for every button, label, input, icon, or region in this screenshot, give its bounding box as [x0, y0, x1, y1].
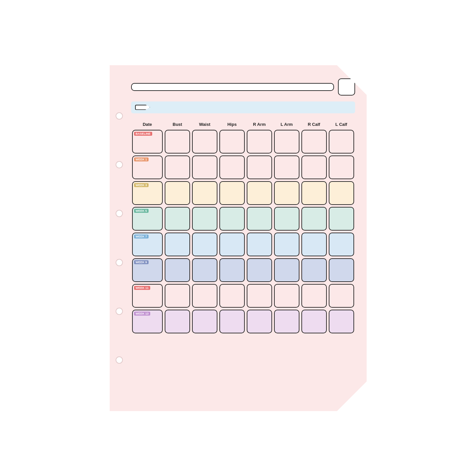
- week-date-cell-4[interactable]: WEEK 7: [131, 232, 164, 257]
- measurements-table: Date Bust Waist Hips R Arm L Arm R Calf …: [131, 120, 355, 334]
- table-row: WEEK 11: [131, 283, 355, 309]
- header-row: [131, 78, 355, 96]
- cell-bust-row-6[interactable]: [164, 283, 191, 309]
- cell-r-arm-row-1[interactable]: [246, 154, 273, 180]
- cell-r-arm-row-0[interactable]: [246, 129, 273, 154]
- col-header-hips: Hips: [218, 120, 246, 129]
- cell-hips-row-1[interactable]: [218, 154, 246, 180]
- cell-r-arm-row-6[interactable]: [246, 283, 273, 309]
- cell-r-arm-row-2[interactable]: [246, 180, 273, 206]
- cell-bust-row-2[interactable]: [164, 180, 191, 206]
- week-date-cell-7[interactable]: WEEK 13: [131, 309, 164, 334]
- cell-bust-row-7[interactable]: [164, 309, 191, 334]
- week-date-cell-0[interactable]: BASELINE: [131, 129, 164, 154]
- cell-l-arm-row-3[interactable]: [273, 206, 300, 232]
- cell-r-arm-row-3[interactable]: [246, 206, 273, 232]
- col-header-bust: Bust: [164, 120, 191, 129]
- cell-r-arm-row-4[interactable]: [246, 232, 273, 257]
- cell-bust-row-5[interactable]: [164, 257, 191, 283]
- cell-waist-row-1[interactable]: [191, 154, 218, 180]
- cell-r-arm-row-5[interactable]: [246, 257, 273, 283]
- cell-l-calf-row-7[interactable]: [328, 309, 355, 334]
- table-row: WEEK 13: [131, 309, 355, 334]
- cell-bust-row-0[interactable]: [164, 129, 191, 154]
- col-header-r-arm: R Arm: [246, 120, 273, 129]
- week-date-cell-2[interactable]: WEEK 3: [131, 180, 164, 206]
- week-label: WEEK 5: [134, 209, 149, 213]
- title-box: [131, 83, 334, 91]
- cell-hips-row-5[interactable]: [218, 257, 246, 283]
- hole-1: [116, 112, 123, 120]
- table-row: BASELINE: [131, 129, 355, 154]
- col-header-date: Date: [131, 120, 164, 129]
- cell-hips-row-7[interactable]: [218, 309, 246, 334]
- cell-l-arm-row-4[interactable]: [273, 232, 300, 257]
- cell-l-calf-row-3[interactable]: [328, 206, 355, 232]
- binder-holes: [116, 65, 123, 411]
- cell-l-calf-row-5[interactable]: [328, 257, 355, 283]
- table-row: WEEK 7: [131, 232, 355, 257]
- hole-3: [116, 210, 123, 217]
- page-content: Date Bust Waist Hips R Arm L Arm R Calf …: [131, 78, 355, 334]
- cell-waist-row-2[interactable]: [191, 180, 218, 206]
- week-date-cell-3[interactable]: WEEK 5: [131, 206, 164, 232]
- table-row: WEEK 3: [131, 180, 355, 206]
- cell-r-calf-row-7[interactable]: [300, 309, 328, 334]
- hole-6: [116, 356, 123, 364]
- measuring-day-tag: [135, 105, 150, 110]
- cell-l-calf-row-0[interactable]: [328, 129, 355, 154]
- hole-4: [116, 259, 123, 266]
- cell-l-arm-row-5[interactable]: [273, 257, 300, 283]
- week-date-cell-5[interactable]: WEEK 9: [131, 257, 164, 283]
- table-row: WEEK 1: [131, 154, 355, 180]
- measuring-day-banner: [131, 101, 355, 113]
- table-header-row: Date Bust Waist Hips R Arm L Arm R Calf …: [131, 120, 355, 129]
- week-label: BASELINE: [134, 132, 153, 136]
- cell-bust-row-3[interactable]: [164, 206, 191, 232]
- cell-bust-row-4[interactable]: [164, 232, 191, 257]
- cell-l-arm-row-7[interactable]: [273, 309, 300, 334]
- cell-bust-row-1[interactable]: [164, 154, 191, 180]
- week-label: WEEK 13: [134, 312, 151, 316]
- cell-r-calf-row-3[interactable]: [300, 206, 328, 232]
- hole-5: [116, 308, 123, 315]
- cell-l-arm-row-1[interactable]: [273, 154, 300, 180]
- week-label: WEEK 7: [134, 235, 149, 238]
- cell-r-arm-row-7[interactable]: [246, 309, 273, 334]
- cell-l-arm-row-6[interactable]: [273, 283, 300, 309]
- cell-r-calf-row-4[interactable]: [300, 232, 328, 257]
- cell-hips-row-3[interactable]: [218, 206, 246, 232]
- cell-waist-row-4[interactable]: [191, 232, 218, 257]
- logo-box: [338, 78, 355, 96]
- cell-l-calf-row-1[interactable]: [328, 154, 355, 180]
- week-date-cell-6[interactable]: WEEK 11: [131, 283, 164, 309]
- cell-r-calf-row-6[interactable]: [300, 283, 328, 309]
- cell-l-arm-row-2[interactable]: [273, 180, 300, 206]
- cell-l-calf-row-2[interactable]: [328, 180, 355, 206]
- hole-2: [116, 161, 123, 168]
- cell-r-calf-row-1[interactable]: [300, 154, 328, 180]
- cell-waist-row-0[interactable]: [191, 129, 218, 154]
- cell-l-arm-row-0[interactable]: [273, 129, 300, 154]
- col-header-l-calf: L Calf: [328, 120, 355, 129]
- cell-r-calf-row-2[interactable]: [300, 180, 328, 206]
- cell-l-calf-row-4[interactable]: [328, 232, 355, 257]
- cell-hips-row-2[interactable]: [218, 180, 246, 206]
- cell-r-calf-row-0[interactable]: [300, 129, 328, 154]
- week-date-cell-1[interactable]: WEEK 1: [131, 154, 164, 180]
- cell-waist-row-7[interactable]: [191, 309, 218, 334]
- col-header-r-calf: R Calf: [300, 120, 328, 129]
- cell-hips-row-0[interactable]: [218, 129, 246, 154]
- cell-hips-row-4[interactable]: [218, 232, 246, 257]
- table-row: WEEK 5: [131, 206, 355, 232]
- cell-r-calf-row-5[interactable]: [300, 257, 328, 283]
- table-row: WEEK 9: [131, 257, 355, 283]
- cell-hips-row-6[interactable]: [218, 283, 246, 309]
- col-header-waist: Waist: [191, 120, 218, 129]
- cell-waist-row-5[interactable]: [191, 257, 218, 283]
- week-label: WEEK 1: [134, 157, 149, 161]
- cell-waist-row-3[interactable]: [191, 206, 218, 232]
- week-label: WEEK 11: [134, 286, 151, 290]
- cell-waist-row-6[interactable]: [191, 283, 218, 309]
- cell-l-calf-row-6[interactable]: [328, 283, 355, 309]
